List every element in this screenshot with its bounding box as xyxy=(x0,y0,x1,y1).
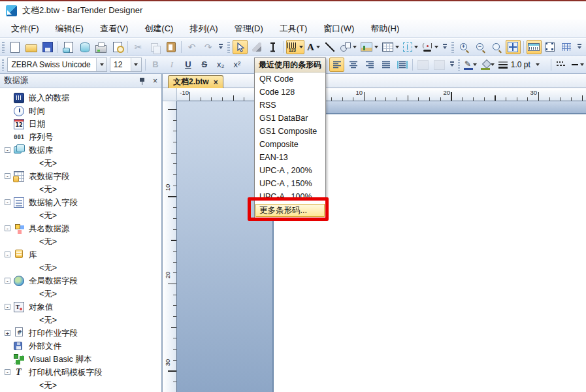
barcode-tool-button[interactable]: 123 xyxy=(286,40,304,54)
pin-icon[interactable] xyxy=(138,76,146,86)
menu-view[interactable]: 查看(V) xyxy=(93,20,135,37)
bold-button[interactable]: B xyxy=(148,57,163,72)
print-button[interactable] xyxy=(93,40,108,54)
toolbar-drag-handle[interactable] xyxy=(2,59,4,71)
tree-item-date[interactable]: 日期 xyxy=(0,118,161,131)
save-button[interactable] xyxy=(40,40,55,54)
menu-item-composite[interactable]: Composite xyxy=(255,138,325,151)
format-button-disabled-2[interactable] xyxy=(432,57,447,72)
font-size-combo[interactable]: 12 xyxy=(110,57,142,72)
menu-item-qr-code[interactable]: QR Code xyxy=(255,73,325,86)
tree-item-none[interactable]: <无> xyxy=(0,261,161,274)
tree-item-none[interactable]: <无> xyxy=(0,235,161,248)
database-connection-button[interactable] xyxy=(77,40,92,54)
open-button[interactable] xyxy=(24,40,39,54)
toolbar-overflow-button[interactable] xyxy=(218,41,224,53)
menu-item-upc-a-200[interactable]: UPC-A , 200% xyxy=(255,164,325,177)
menu-help[interactable]: 帮助(H) xyxy=(363,20,406,37)
menu-item-upc-a-150[interactable]: UPC-A , 150% xyxy=(255,177,325,190)
object-handles-button[interactable] xyxy=(543,40,558,54)
combo-arrow[interactable] xyxy=(131,58,141,71)
print-preview-button[interactable] xyxy=(110,40,125,54)
tree-item-data-entry-fields[interactable]: -数据输入字段 xyxy=(0,196,161,209)
line-weight-button[interactable]: 1.0 pt xyxy=(497,57,548,72)
grid-toggle-button[interactable] xyxy=(559,40,574,54)
tree-item-none[interactable]: <无> xyxy=(0,183,161,196)
zoom-in-button[interactable]: + xyxy=(457,40,472,54)
toolbar-overflow-button[interactable] xyxy=(442,41,448,53)
format-button-disabled-1[interactable] xyxy=(415,57,431,72)
menu-window[interactable]: 窗口(W) xyxy=(316,20,361,37)
menu-tools[interactable]: 工具(T) xyxy=(272,20,315,37)
collapse-icon[interactable]: - xyxy=(5,304,10,310)
menu-administer[interactable]: 管理(D) xyxy=(227,20,270,37)
toolbar-overflow-button[interactable] xyxy=(449,59,454,71)
expand-icon[interactable]: + xyxy=(5,330,10,336)
tree-item-none[interactable]: <无> xyxy=(0,209,161,222)
undo-button[interactable]: ↶ xyxy=(184,40,199,54)
menu-arrange[interactable]: 排列(A) xyxy=(182,20,225,37)
database-setup-button[interactable] xyxy=(61,40,76,54)
format-painter-button[interactable] xyxy=(249,40,264,54)
zoom-region-button[interactable] xyxy=(489,40,504,54)
font-family-combo[interactable]: ZEBRA Swiss Unicode xyxy=(7,57,107,72)
align-left-button[interactable] xyxy=(329,57,344,72)
menu-item-ean-13[interactable]: EAN-13 xyxy=(255,151,325,164)
tree-item-none[interactable]: <无> xyxy=(0,314,161,327)
tree-item-serial-number[interactable]: 001序列号 xyxy=(0,131,161,144)
superscript-button[interactable]: x² xyxy=(229,57,244,72)
line-tool-button[interactable] xyxy=(323,40,338,54)
tree-item-object-value[interactable]: -对象值 xyxy=(0,301,161,314)
tree-item-none[interactable]: <无> xyxy=(0,379,161,392)
italic-button[interactable]: I xyxy=(164,57,179,72)
tree-item-print-job-fields[interactable]: +打印作业字段 xyxy=(0,327,161,340)
tree-item-table-data-fields[interactable]: -表数据字段 xyxy=(0,170,161,183)
tree-item-none[interactable]: <无> xyxy=(0,157,161,170)
align-right-button[interactable] xyxy=(362,57,377,72)
menu-file[interactable]: 文件(F) xyxy=(4,20,46,37)
toolbar-drag-handle[interactable] xyxy=(227,42,230,53)
combo-arrow[interactable] xyxy=(96,58,106,71)
line-style-dotted-button[interactable] xyxy=(554,57,569,72)
shape-tool-button[interactable] xyxy=(339,40,358,54)
image-tool-button[interactable] xyxy=(359,40,380,54)
align-center-button[interactable] xyxy=(346,57,361,72)
toolbar-drag-handle[interactable] xyxy=(458,59,460,71)
panel-close-button[interactable]: × xyxy=(152,77,159,85)
menu-item-gs1-databar[interactable]: GS1 DataBar xyxy=(255,112,325,125)
strikethrough-button[interactable]: S xyxy=(197,57,212,72)
menu-item-rss[interactable]: RSS xyxy=(255,99,325,112)
new-document-button[interactable] xyxy=(7,40,22,54)
ruler-toggle-button[interactable] xyxy=(527,40,542,54)
collapse-icon[interactable]: - xyxy=(5,252,10,257)
toolbar-drag-handle[interactable] xyxy=(451,42,454,53)
fit-to-window-button[interactable] xyxy=(506,40,521,54)
align-justify-button[interactable] xyxy=(378,57,393,72)
collapse-icon[interactable]: - xyxy=(5,147,10,153)
table-tool-button[interactable] xyxy=(381,40,400,54)
text-fit-button[interactable] xyxy=(395,57,410,72)
select-tool-button[interactable] xyxy=(233,40,248,54)
collapse-icon[interactable]: - xyxy=(5,173,10,179)
menu-edit[interactable]: 编辑(E) xyxy=(48,20,91,37)
menu-item-gs1-composite[interactable]: GS1 Composite xyxy=(255,125,325,138)
collapse-icon[interactable]: - xyxy=(5,199,10,205)
rfid-tool-button[interactable] xyxy=(421,40,440,54)
toolbar-drag-handle[interactable] xyxy=(2,42,5,53)
copy-button[interactable] xyxy=(147,40,162,54)
tree-item-embedded-data[interactable]: 嵌入的数据 xyxy=(0,91,161,105)
paste-button[interactable] xyxy=(163,40,178,54)
collapse-icon[interactable]: - xyxy=(5,369,10,375)
line-color-button[interactable]: ✎ xyxy=(463,57,478,72)
zoom-out-button[interactable]: − xyxy=(473,40,488,54)
tree-item-library[interactable]: -库 xyxy=(0,248,161,261)
tab-close-button[interactable]: × xyxy=(214,78,218,87)
tree-item-none[interactable]: <无> xyxy=(0,287,161,301)
menu-create[interactable]: 创建(C) xyxy=(137,20,180,37)
line-style-solid-button[interactable] xyxy=(570,57,585,72)
tree-item-database[interactable]: -数据库 xyxy=(0,144,161,157)
subscript-button[interactable]: x₂ xyxy=(213,57,228,72)
text-cursor-button[interactable] xyxy=(265,40,280,54)
toolbar-overflow-button[interactable] xyxy=(576,41,583,53)
underline-button[interactable]: U xyxy=(180,57,195,72)
